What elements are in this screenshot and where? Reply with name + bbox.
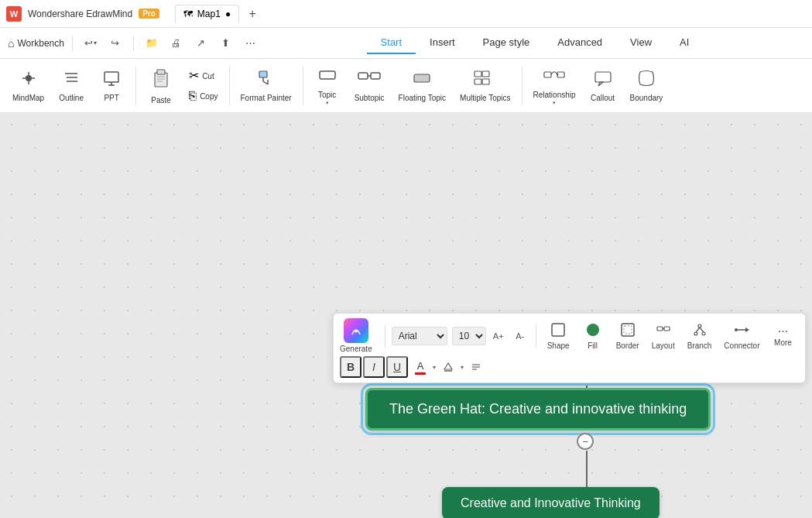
tab-map1[interactable]: 🗺 Map1 ● xyxy=(175,5,239,23)
highlight-button[interactable] xyxy=(437,356,459,378)
highlight-arrow[interactable]: ▾ xyxy=(461,364,464,371)
topic-label: Topic xyxy=(318,91,336,100)
svg-rect-11 xyxy=(155,73,167,87)
file-button[interactable]: 📁 xyxy=(142,33,162,53)
layout-label: Layout xyxy=(652,341,675,350)
floating-toolbar: Generate Arial 10 A+ A- xyxy=(333,313,806,383)
relationship-button[interactable]: Relationship ▾ xyxy=(527,61,582,111)
more-tool[interactable]: ··· More xyxy=(768,323,799,348)
border-tool[interactable]: Border xyxy=(612,321,644,352)
child-node-1[interactable]: Creative and Innovative Thinking xyxy=(442,487,660,518)
connector-label: Connector xyxy=(724,341,759,350)
nav-tab-insert[interactable]: Insert xyxy=(416,32,469,54)
callout-label: Callout xyxy=(591,94,615,103)
new-tab-button[interactable]: + xyxy=(244,5,261,22)
underline-button[interactable]: U xyxy=(386,356,408,378)
subtopic-button[interactable]: Subtopic xyxy=(348,64,391,108)
subtopic-icon xyxy=(358,69,381,92)
nav-tab-view[interactable]: View xyxy=(616,32,666,54)
copy-icon: ⎘ xyxy=(189,89,197,103)
nav-tab-ai[interactable]: AI xyxy=(666,32,703,54)
text-style-button[interactable] xyxy=(465,356,487,378)
ppt-mode-button[interactable]: PPT xyxy=(92,64,131,108)
boundary-label: Boundary xyxy=(630,94,663,103)
svg-point-37 xyxy=(587,324,599,336)
nav-tabs: Start Insert Page style Advanced View AI xyxy=(367,32,704,54)
branch-label: Branch xyxy=(687,341,712,350)
shape-icon xyxy=(550,322,566,341)
font-color-bar xyxy=(415,372,426,375)
collapse-button[interactable]: − xyxy=(577,433,594,450)
cut-icon: ✂ xyxy=(189,68,199,83)
svg-marker-50 xyxy=(745,328,749,332)
connector-tool[interactable]: Connector xyxy=(719,321,764,352)
svg-line-47 xyxy=(700,328,704,332)
undo-button[interactable]: ↩▾ xyxy=(81,33,101,53)
font-decrease-button[interactable]: A- xyxy=(511,327,529,345)
svg-line-18 xyxy=(263,81,268,84)
fill-tool[interactable]: Fill xyxy=(577,321,608,352)
bold-button[interactable]: B xyxy=(340,356,361,378)
format-painter-button[interactable]: Format Painter xyxy=(235,64,298,108)
ft-sep1 xyxy=(385,324,385,348)
shape-tool[interactable]: Shape xyxy=(543,321,574,352)
svg-rect-8 xyxy=(104,72,118,82)
branch-tool[interactable]: Branch xyxy=(683,321,717,352)
nav-tab-advanced[interactable]: Advanced xyxy=(543,32,616,54)
svg-point-35 xyxy=(355,331,357,333)
svg-marker-34 xyxy=(598,82,603,86)
callout-icon xyxy=(594,69,612,92)
generate-icon xyxy=(344,318,368,343)
subtopic-label: Subtopic xyxy=(355,94,385,103)
svg-rect-20 xyxy=(320,71,335,79)
callout-button[interactable]: Callout xyxy=(584,64,622,108)
share-button[interactable]: ⬆ xyxy=(216,33,236,53)
font-family-select[interactable]: Arial xyxy=(392,327,447,345)
tab-area: 🗺 Map1 ● + xyxy=(175,5,261,23)
print-button[interactable]: 🖨 xyxy=(166,33,187,53)
workbench-label: Workbench xyxy=(17,38,63,49)
outline-mode-button[interactable]: Outline xyxy=(52,64,91,108)
boundary-icon xyxy=(637,69,656,92)
paste-icon xyxy=(150,67,172,94)
toolbar-separator-1 xyxy=(135,67,136,105)
main-node-text: The Green Hat: Creative and innovative t… xyxy=(389,401,687,417)
nav-tab-page-style[interactable]: Page style xyxy=(469,32,544,54)
svg-rect-38 xyxy=(622,324,634,336)
topic-button[interactable]: Topic ▾ xyxy=(308,61,347,111)
font-increase-button[interactable]: A+ xyxy=(489,327,508,345)
main-node[interactable]: The Green Hat: Creative and innovative t… xyxy=(365,388,711,431)
redo-button[interactable]: ↪ xyxy=(105,33,125,53)
border-icon xyxy=(620,322,636,341)
multiple-topics-button[interactable]: Multiple Topics xyxy=(454,64,516,108)
boundary-button[interactable]: Boundary xyxy=(624,64,670,108)
nav-tab-start[interactable]: Start xyxy=(367,32,416,54)
relationship-arrow: ▾ xyxy=(553,100,556,106)
canvas-area[interactable]: The Green Hat: Creative and innovative t… xyxy=(0,113,812,518)
svg-rect-28 xyxy=(475,79,481,84)
copy-button[interactable]: ⎘ Copy xyxy=(186,87,221,105)
italic-button[interactable]: I xyxy=(363,356,385,378)
font-color-button[interactable]: A xyxy=(409,356,431,378)
layout-tool[interactable]: Layout xyxy=(647,321,680,352)
app-name: Wondershare EdrawMind xyxy=(28,9,132,19)
paste-button[interactable]: Paste xyxy=(141,62,181,110)
topic-arrow: ▾ xyxy=(326,100,329,106)
cut-button[interactable]: ✂ Cut xyxy=(186,67,221,84)
mindmap-mode-button[interactable]: MindMap xyxy=(6,64,50,108)
font-size-select[interactable]: 10 xyxy=(452,327,486,345)
pro-badge: Pro xyxy=(139,9,159,19)
svg-rect-12 xyxy=(157,70,165,74)
connector-line-main-bottom xyxy=(586,451,588,489)
export-button[interactable]: ↗ xyxy=(191,33,211,53)
floating-topic-button[interactable]: Floating Topic xyxy=(392,64,453,108)
workbench-button[interactable]: ⌂ Workbench xyxy=(8,37,64,50)
generate-button[interactable]: Generate xyxy=(340,318,372,353)
svg-point-43 xyxy=(698,324,701,328)
font-color-arrow[interactable]: ▾ xyxy=(433,364,436,371)
child-node-1-text: Creative and Innovative Thinking xyxy=(461,496,641,509)
relationship-icon xyxy=(543,66,565,89)
shape-label: Shape xyxy=(547,341,570,350)
more-options-button[interactable]: ⋯ xyxy=(241,33,261,53)
title-bar: W Wondershare EdrawMind Pro 🗺 Map1 ● + xyxy=(0,0,812,28)
